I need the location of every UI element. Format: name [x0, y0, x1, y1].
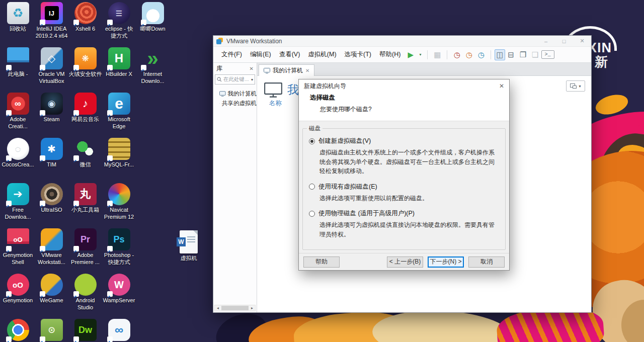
- desktop-icon[interactable]: 唧唧Down: [136, 2, 170, 47]
- desktop-icon[interactable]: ◌ CocosCrea...: [1, 138, 35, 183]
- desktop-icon[interactable]: ☰ eclipse - 快捷方式: [102, 2, 136, 47]
- word-logo: W: [177, 237, 186, 246]
- name-column-header[interactable]: 名称: [269, 99, 282, 108]
- radio-option[interactable]: 使用物理磁盘 (适用于高级用户)(P): [309, 209, 499, 218]
- desktop-icon[interactable]: Xshell 6: [68, 2, 102, 47]
- desktop-icon[interactable]: VMware Workstati...: [35, 228, 68, 274]
- desktop-icon[interactable]: ◇ Oracle VM VirtualBox: [35, 47, 68, 93]
- desktop-icon[interactable]: UltraISO: [35, 183, 68, 228]
- menu-item[interactable]: 查看(V): [275, 50, 304, 59]
- desktop-icon[interactable]: [136, 183, 170, 228]
- shortcut-arrow-icon: [40, 20, 45, 25]
- desktop-icon[interactable]: IJ IntelliJ IDEA 2019.2.4 x64: [35, 2, 68, 47]
- next-button[interactable]: 下一步(N) >: [428, 256, 464, 268]
- desktop-icon[interactable]: ➔ Free Downloa...: [1, 183, 35, 228]
- console-view-button[interactable]: ▾: [566, 80, 585, 92]
- revert-snapshot-button[interactable]: ◷: [463, 49, 475, 60]
- desktop-icon[interactable]: ❋ 火绒安全软件: [68, 47, 102, 93]
- shortcut-arrow-icon: [73, 155, 79, 161]
- desktop-icon[interactable]: W WampServer: [102, 274, 136, 319]
- tab-my-computer[interactable]: 我的计算机 ✕: [259, 64, 314, 76]
- maximize-button[interactable]: □: [555, 36, 573, 46]
- desktop-icon[interactable]: [1, 319, 35, 342]
- library-close-icon[interactable]: ✕: [250, 66, 254, 71]
- library-tree-item[interactable]: 共享的虚拟机: [213, 99, 257, 108]
- desktop-icon[interactable]: Pr Adobe Premiere ...: [68, 228, 102, 274]
- desktop-icon[interactable]: ∞ Adobe Creati...: [1, 93, 35, 138]
- library-tree-item[interactable]: 我的计算机: [213, 89, 257, 99]
- desktop-icon[interactable]: Android Studio: [68, 274, 102, 319]
- radio-button-icon[interactable]: [309, 184, 315, 190]
- app-icon-glyph: ◉: [45, 97, 59, 111]
- desktop-icon[interactable]: [136, 93, 170, 138]
- desktop-icon[interactable]: [136, 228, 170, 274]
- library-hscrollbar[interactable]: ◂ ▸: [214, 305, 256, 311]
- minimize-button[interactable]: –: [537, 36, 555, 46]
- desktop-icon[interactable]: MySQL-Fr...: [102, 138, 136, 183]
- devices-button[interactable]: ▦: [431, 49, 443, 60]
- desktop-file-vm-doc[interactable]: W 虚拟机: [171, 230, 206, 262]
- back-button[interactable]: < 上一步(B): [387, 256, 423, 268]
- desktop-icon[interactable]: ♪ 网易云音乐: [68, 93, 102, 138]
- power-on-button[interactable]: ▶: [405, 49, 417, 60]
- menu-item[interactable]: 选项卡(T): [341, 50, 375, 59]
- dialog-titlebar[interactable]: 新建虚拟机向导 ✕: [299, 79, 509, 93]
- menu-item[interactable]: 文件(F): [217, 50, 246, 59]
- desktop-icon[interactable]: [136, 274, 170, 319]
- desktop-icon[interactable]: » Internet Downlo...: [136, 47, 170, 93]
- desktop-icon[interactable]: 此电脑 -: [1, 47, 35, 93]
- scrollbar-thumb[interactable]: [221, 306, 249, 310]
- desktop-icon[interactable]: 微信: [68, 138, 102, 183]
- menu-item[interactable]: 帮助(H): [375, 50, 405, 59]
- dialog-close-icon[interactable]: ✕: [499, 82, 504, 90]
- cancel-button[interactable]: 取消: [468, 256, 505, 268]
- take-snapshot-button[interactable]: ◷: [451, 49, 463, 60]
- radio-option-label: 创建新虚拟磁盘(V): [318, 137, 371, 145]
- app-icon-glyph: H: [112, 51, 126, 65]
- shortcut-arrow-icon: [40, 246, 45, 251]
- fullscreen-button[interactable]: ❐: [517, 49, 529, 60]
- help-button[interactable]: 帮助: [303, 256, 340, 268]
- app-icon-glyph: [78, 142, 93, 156]
- library-search-input[interactable]: 在此处键... ▾: [215, 74, 255, 84]
- desktop-icon[interactable]: Navicat Premium 12: [102, 183, 136, 228]
- desktop-icon[interactable]: ✱ TIM: [35, 138, 68, 183]
- radio-option[interactable]: 创建新虚拟磁盘(V): [309, 137, 499, 145]
- desktop-icon-label: Oracle VM VirtualBox: [35, 71, 68, 85]
- desktop-icon[interactable]: WeGame: [35, 274, 68, 319]
- disk-options: 创建新虚拟磁盘(V) 虚拟磁盘由主机文件系统上的一个或多个文件组成，客户机操作系…: [309, 137, 499, 239]
- window-titlebar[interactable]: VMware Workstation – □ ✕: [213, 36, 591, 47]
- desktop-icon-label: Adobe Premiere ...: [69, 252, 102, 266]
- tab-close-icon[interactable]: ✕: [305, 68, 309, 73]
- desktop-icon[interactable]: oO Genymotion: [1, 274, 35, 319]
- unity-mode-button[interactable]: ❏: [529, 49, 541, 60]
- snapshot-manager-button[interactable]: ◷: [475, 49, 487, 60]
- app-icon-glyph: [146, 6, 160, 20]
- desktop-icon[interactable]: oO Genymotion Shell: [1, 228, 35, 274]
- menu-item[interactable]: 虚拟机(M): [304, 50, 340, 59]
- desktop-icon[interactable]: [136, 138, 170, 183]
- scroll-right-icon[interactable]: ▸: [249, 306, 255, 310]
- radio-button-icon[interactable]: [309, 211, 315, 217]
- library-toggle-button[interactable]: ◫: [495, 49, 505, 60]
- menu-item[interactable]: 编辑(E): [246, 50, 275, 59]
- console-button[interactable]: >_: [541, 50, 554, 59]
- desktop-icon[interactable]: ∞: [102, 319, 136, 342]
- thumbnail-bar-toggle-button[interactable]: ⊟: [505, 49, 517, 60]
- desktop-icon[interactable]: e Microsoft Edge: [102, 93, 136, 138]
- radio-button-icon[interactable]: [309, 138, 315, 144]
- desktop-icon-label: 回收站: [2, 26, 35, 33]
- desktop-icon[interactable]: 丸 小丸工具箱: [68, 183, 102, 228]
- desktop-icon[interactable]: ◉ Steam: [35, 93, 68, 138]
- power-dropdown-icon[interactable]: ▾: [417, 49, 424, 60]
- scroll-left-icon[interactable]: ◂: [215, 306, 221, 310]
- desktop-icon[interactable]: Dw: [68, 319, 102, 342]
- desktop-icon[interactable]: Ps Photoshop - 快捷方式: [102, 228, 136, 274]
- desktop-icon[interactable]: [136, 319, 170, 342]
- desktop-icon[interactable]: ♻ 回收站: [1, 2, 35, 47]
- desktop-icon[interactable]: ⊙: [35, 319, 68, 342]
- radio-option[interactable]: 使用现有虚拟磁盘(E): [309, 183, 499, 191]
- desktop-icon[interactable]: H HBuilder X: [102, 47, 136, 93]
- close-button[interactable]: ✕: [573, 36, 591, 46]
- search-dropdown-icon[interactable]: ▾: [251, 77, 253, 82]
